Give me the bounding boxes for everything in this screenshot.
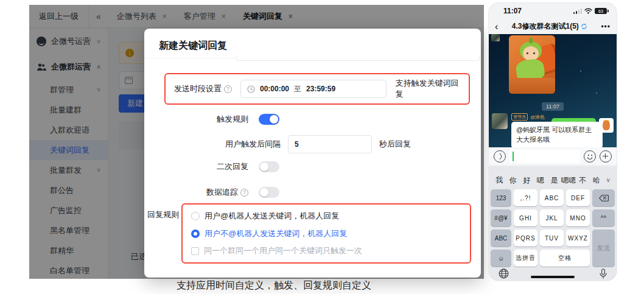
start-time-value[interactable]: 00:00:00 bbox=[260, 85, 289, 93]
reply-rule-label: 回复规则 bbox=[147, 209, 179, 220]
baby-photo-message[interactable] bbox=[509, 35, 555, 94]
send-time-note: 支持触发关键词回复 bbox=[395, 78, 460, 100]
admin-role-badge: 管理员 bbox=[511, 113, 528, 121]
candidate-bar: 我 你 好 嗯 是 嗯嗯 不 哈 ˅ bbox=[489, 172, 617, 188]
key-mno[interactable]: MNO bbox=[566, 209, 590, 226]
radio-selected-icon[interactable] bbox=[191, 229, 200, 238]
interval-label: 用户触发后间隔 bbox=[225, 139, 281, 150]
space-key[interactable]: 空格 bbox=[540, 250, 590, 267]
candidate-word[interactable]: 嗯嗯 bbox=[561, 175, 576, 186]
reply-rule-option-at-bot[interactable]: 用户@机器人发送关键词，机器人回复 bbox=[191, 211, 461, 222]
second-reply-label: 二次回复 bbox=[154, 161, 248, 172]
keyboard-keys: 123 ,.?! ABC DEF #@¥ GHI JKL MNO ^^ ABC … bbox=[491, 189, 615, 267]
data-tracking-label: 数据追踪 ? bbox=[154, 187, 248, 198]
figure-caption: 支持应用时间自定义，触发、回复规则自定义 bbox=[0, 279, 548, 292]
select-pinyin-key[interactable]: 选拼音 bbox=[514, 250, 537, 267]
backspace-key[interactable] bbox=[592, 189, 615, 206]
option-label: 用户不@机器人发送关键词，机器人回复 bbox=[205, 228, 347, 239]
checkbox-unchecked-icon[interactable] bbox=[191, 247, 199, 255]
option-label: 同一个群同一个用户同一个关键词只触发一次 bbox=[204, 245, 362, 256]
home-indicator[interactable] bbox=[531, 276, 575, 278]
toggle-knob bbox=[270, 115, 278, 124]
backspace-icon bbox=[599, 195, 609, 201]
phone-nav-bar: ‹ 4.3修改群名测试1(5) ••• bbox=[489, 19, 617, 34]
key-symbols[interactable]: #@¥ bbox=[491, 209, 511, 226]
keyboard-panel: 我 你 好 嗯 是 嗯嗯 不 哈 ˅ 123 ,.?! ABC DEF #@¥ … bbox=[489, 166, 617, 281]
emoji-icon[interactable] bbox=[584, 150, 596, 163]
candidate-word[interactable]: 不 bbox=[576, 175, 590, 186]
help-icon[interactable]: ? bbox=[224, 85, 232, 93]
scrolled-input-fragment bbox=[236, 55, 480, 61]
keyboard-bottom-bar bbox=[489, 266, 617, 281]
reply-rule-option-once-per-user[interactable]: 同一个群同一个用户同一个关键词只触发一次 bbox=[191, 245, 461, 256]
cellular-signal-icon bbox=[573, 9, 583, 14]
candidate-word[interactable]: 是 bbox=[547, 175, 561, 186]
text-caret bbox=[513, 152, 514, 161]
reply-rule-highlight-box: 用户@机器人发送关键词，机器人回复 用户不@机器人发送关键词，机器人回复 同一个… bbox=[181, 203, 471, 264]
key-jkl[interactable]: JKL bbox=[540, 209, 564, 226]
key-def[interactable]: DEF bbox=[566, 189, 590, 206]
globe-icon[interactable] bbox=[499, 268, 509, 279]
data-tracking-label-text: 数据追踪 bbox=[206, 187, 238, 198]
new-keyword-reply-modal: 新建关键词回复 发送时段设置 ? 00:00:00 至 23:59:59 支持触… bbox=[144, 29, 481, 278]
interval-suffix-label: 秒后回复 bbox=[379, 139, 411, 150]
incoming-message-row: 管理员 @涂色 @蚂蚁牙黑 可以联系群主大大报名哦 bbox=[492, 113, 603, 147]
chat-timestamp: 11:07 bbox=[542, 102, 564, 111]
interval-input[interactable] bbox=[288, 135, 372, 153]
end-time-value[interactable]: 23:59:59 bbox=[306, 85, 335, 93]
key-abc[interactable]: ABC bbox=[540, 189, 564, 206]
battery-icon: 63 bbox=[595, 8, 607, 14]
key-123[interactable]: 123 bbox=[491, 189, 511, 206]
option-label: 用户@机器人发送关键词，机器人回复 bbox=[205, 211, 339, 222]
second-reply-toggle[interactable] bbox=[259, 161, 279, 172]
help-icon[interactable]: ? bbox=[240, 189, 248, 197]
time-to-label: 至 bbox=[294, 84, 301, 94]
candidate-word[interactable]: 嗯 bbox=[534, 175, 548, 186]
send-time-highlight-box: 发送时段设置 ? 00:00:00 至 23:59:59 支持触发关键词回复 bbox=[164, 73, 470, 105]
trigger-rule-label: 触发规则 bbox=[154, 114, 248, 125]
sender-nickname: @涂色 bbox=[530, 114, 545, 121]
phone-status-bar: 11:07 63 bbox=[489, 3, 617, 19]
key-punctuation[interactable]: ,.?! bbox=[514, 189, 537, 206]
admin-avatar[interactable] bbox=[492, 113, 508, 129]
kaomoji-key[interactable]: ^^ bbox=[592, 209, 615, 226]
toggle-knob bbox=[260, 163, 268, 171]
reply-rule-option-no-at-bot[interactable]: 用户不@机器人发送关键词，机器人回复 bbox=[191, 228, 461, 239]
chat-area: 11:07 怎么参加呀 管理员 @涂色 @蚂蚁牙黑 可以联系群主大大报名哦 bbox=[489, 34, 617, 147]
key-ghi[interactable]: GHI bbox=[514, 209, 537, 226]
sync-icon bbox=[581, 23, 587, 30]
status-time: 11:07 bbox=[503, 7, 522, 15]
key-mode-abc[interactable]: ABC bbox=[491, 229, 511, 247]
incoming-message-bubble[interactable]: @蚂蚁牙黑 可以联系群主大大报名哦 bbox=[511, 122, 603, 147]
key-wxyz[interactable]: WXYZ bbox=[566, 229, 590, 247]
attach-plus-icon[interactable] bbox=[600, 150, 612, 163]
candidate-word[interactable]: 哈 bbox=[589, 175, 603, 186]
more-menu-icon[interactable]: ••• bbox=[601, 23, 611, 31]
wifi-icon bbox=[584, 8, 592, 14]
modal-title: 新建关键词回复 bbox=[159, 40, 227, 52]
toggle-knob bbox=[260, 188, 268, 197]
send-time-label: 发送时段设置 ? bbox=[174, 83, 232, 94]
clock-icon bbox=[247, 85, 255, 93]
send-key[interactable]: 发送 bbox=[592, 229, 615, 267]
send-time-label-text: 发送时段设置 bbox=[174, 83, 222, 94]
key-tuv[interactable]: TUV bbox=[540, 229, 564, 247]
data-tracking-toggle[interactable] bbox=[259, 187, 279, 198]
key-pqrs[interactable]: PQRS bbox=[514, 229, 537, 247]
chat-input-bar bbox=[489, 147, 617, 166]
message-input[interactable] bbox=[509, 150, 580, 163]
phone-preview: 11:07 63 ‹ 4.3修改群名测试1(5) ••• 11:07 怎么参加呀 bbox=[489, 3, 617, 281]
candidates-expand-icon[interactable]: ˅ bbox=[603, 177, 613, 184]
sender-meta: 管理员 @涂色 bbox=[511, 113, 603, 121]
trigger-rule-toggle[interactable] bbox=[259, 114, 279, 125]
time-range-picker[interactable]: 00:00:00 至 23:59:59 bbox=[240, 80, 387, 98]
candidate-word[interactable]: 好 bbox=[520, 175, 534, 186]
emoji-key[interactable]: ☺ bbox=[491, 250, 511, 267]
voice-input-icon[interactable] bbox=[494, 150, 506, 163]
chat-title-text: 4.3修改群名测试1(5) bbox=[512, 21, 579, 32]
microphone-icon[interactable] bbox=[600, 268, 607, 279]
radio-unselected-icon[interactable] bbox=[191, 212, 200, 220]
candidate-word[interactable]: 我 bbox=[492, 175, 506, 186]
candidate-word[interactable]: 你 bbox=[506, 175, 520, 186]
sender-avatar-small[interactable] bbox=[491, 34, 500, 41]
